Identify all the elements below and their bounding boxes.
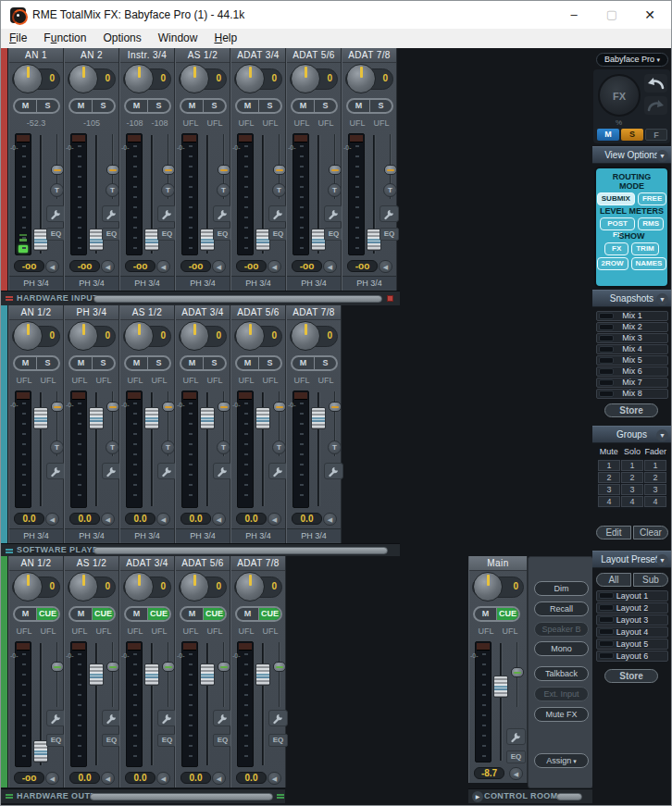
trim-handle[interactable] <box>218 402 230 412</box>
channel-knob[interactable] <box>124 572 154 601</box>
mute-button[interactable]: M <box>126 357 148 369</box>
channel-name[interactable]: PH 3/4 <box>65 305 118 320</box>
group-cell[interactable]: 1 <box>644 460 666 471</box>
fader-cap[interactable] <box>144 663 159 686</box>
trim-handle[interactable] <box>162 165 175 175</box>
fader-track[interactable] <box>262 643 265 765</box>
slot-indicator[interactable] <box>599 592 614 599</box>
channel-name[interactable]: Instr. 3/4 <box>120 48 174 63</box>
solo-button[interactable]: S <box>148 100 169 112</box>
snapshots-header[interactable]: Snapshots ▼ <box>592 290 671 307</box>
mute-button[interactable]: M <box>70 357 93 369</box>
assign-target[interactable]: PH 3/4 <box>120 276 174 290</box>
cue-button[interactable]: CUE <box>204 608 225 620</box>
channel-name[interactable]: ADAT 5/6 <box>231 305 285 320</box>
layout-item[interactable]: Layout 4 <box>596 626 668 638</box>
trim-gain-button[interactable]: T <box>161 440 175 454</box>
fader-track[interactable] <box>206 643 209 765</box>
group-cell[interactable]: 4 <box>598 496 620 507</box>
trim-handle[interactable] <box>162 662 175 672</box>
settings-wrench-button[interactable] <box>157 463 177 479</box>
settings-wrench-button[interactable] <box>157 205 177 222</box>
snapshot-item[interactable]: Mix 2 <box>596 322 668 332</box>
group-cell[interactable]: 4 <box>644 496 666 507</box>
channel-name[interactable]: AS 1/2 <box>120 305 174 320</box>
menu-item-file[interactable]: File <box>1 29 35 44</box>
channel-name[interactable]: AN 2 <box>65 48 118 63</box>
layout-item[interactable]: Layout 1 <box>596 590 668 601</box>
group-cell[interactable]: 4 <box>621 496 643 507</box>
assign-target[interactable]: PH 3/4 <box>287 276 341 290</box>
master-mute-button[interactable]: M <box>597 129 619 141</box>
settings-wrench-button[interactable] <box>506 728 526 745</box>
settings-wrench-button[interactable] <box>102 710 121 726</box>
group-cell[interactable]: 1 <box>621 460 643 471</box>
channel-name[interactable]: ADAT 7/8 <box>342 48 396 63</box>
recall-button[interactable]: Recall <box>534 601 589 616</box>
fader-value[interactable]: 0.0 <box>125 513 156 525</box>
fader-value[interactable]: -8.7 <box>474 767 504 779</box>
undo-button[interactable] <box>644 74 667 93</box>
cue-button[interactable]: CUE <box>93 608 114 620</box>
playback-scrollbar[interactable] <box>93 547 388 554</box>
mute-button[interactable]: M <box>126 100 148 112</box>
pan-expand-button[interactable]: ◀ <box>268 513 281 526</box>
view-options-header[interactable]: View Options ▼ <box>592 146 671 164</box>
pan-expand-button[interactable]: ◀ <box>212 513 226 526</box>
mute-button[interactable]: M <box>181 608 204 620</box>
group-cell[interactable]: 2 <box>644 472 666 483</box>
slot-indicator[interactable] <box>599 379 614 386</box>
pan-expand-button[interactable]: ◀ <box>156 513 170 526</box>
pan-expand-button[interactable]: ◀ <box>45 260 59 273</box>
channel-name[interactable]: ADAT 7/8 <box>287 305 341 320</box>
snapshots-store-button[interactable]: Store <box>604 403 658 417</box>
solo-button[interactable]: S <box>93 357 114 369</box>
settings-wrench-button[interactable] <box>268 463 288 479</box>
slot-indicator[interactable] <box>599 346 614 353</box>
trim-handle[interactable] <box>329 402 342 412</box>
mono-button[interactable]: Mono <box>534 641 589 656</box>
pan-expand-button[interactable]: ◀ <box>323 513 337 526</box>
groups-header[interactable]: Groups ▼ <box>592 426 671 443</box>
settings-wrench-button[interactable] <box>157 710 177 726</box>
mute-button[interactable]: M <box>292 357 315 369</box>
solo-button[interactable]: S <box>370 100 392 112</box>
assign-target[interactable]: PH 3/4 <box>231 528 285 542</box>
group-cell[interactable]: 2 <box>621 472 643 483</box>
channel-knob[interactable] <box>291 64 320 93</box>
channel-name[interactable]: AN 1/2 <box>9 305 63 320</box>
layout-presets-header[interactable]: Layout Presets ▼ <box>592 551 671 568</box>
settings-wrench-button[interactable] <box>213 463 232 479</box>
row-grip-icon[interactable] <box>6 549 13 553</box>
trim-gain-button[interactable]: T <box>383 183 397 197</box>
close-button[interactable]: ✕ <box>631 1 668 29</box>
mute-button[interactable]: M <box>15 100 37 112</box>
mute-button[interactable]: M <box>181 100 204 112</box>
solo-button[interactable]: S <box>93 100 114 112</box>
names-button[interactable]: NAMES <box>631 257 667 270</box>
channel-name[interactable]: AS 1/2 <box>65 556 118 571</box>
trim-gain-button[interactable]: T <box>106 183 119 197</box>
trim-handle[interactable] <box>106 662 119 672</box>
channel-knob[interactable] <box>473 572 503 601</box>
group-cell[interactable]: 3 <box>621 484 643 495</box>
cue-button[interactable]: CUE <box>148 608 169 620</box>
groups-edit-button[interactable]: Edit <box>596 526 631 539</box>
settings-wrench-button[interactable] <box>213 710 232 726</box>
slot-indicator[interactable] <box>599 324 614 330</box>
master-solo-button[interactable]: S <box>621 129 643 141</box>
channel-name[interactable]: ADAT 5/6 <box>176 556 230 571</box>
slot-indicator[interactable] <box>599 335 614 341</box>
menu-item-help[interactable]: Help <box>205 29 245 44</box>
fader-cap[interactable] <box>89 407 104 429</box>
pan-expand-button[interactable]: ◀ <box>45 772 59 785</box>
solo-button[interactable]: S <box>37 100 58 112</box>
mute-button[interactable]: M <box>181 357 204 369</box>
trim-gain-button[interactable]: T <box>217 183 230 197</box>
fader-cap[interactable] <box>255 663 270 686</box>
pan-expand-button[interactable]: ◀ <box>212 260 226 273</box>
snapshot-item[interactable]: Mix 3 <box>596 333 668 343</box>
fader-value[interactable]: 0.0 <box>14 513 44 525</box>
trim-gain-button[interactable]: T <box>217 440 230 454</box>
snapshot-item[interactable]: Mix 6 <box>596 366 668 377</box>
